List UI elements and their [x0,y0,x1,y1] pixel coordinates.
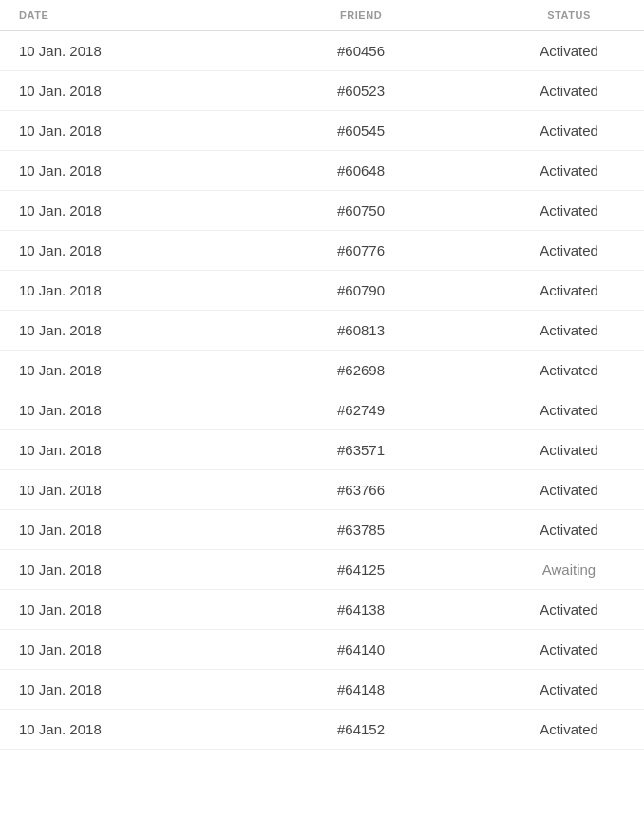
table-row: 10 Jan. 2018#60750Activated [0,191,644,231]
friend-cell: #64125 [247,562,475,578]
table-row: 10 Jan. 2018#60648Activated [0,151,644,191]
date-cell: 10 Jan. 2018 [19,522,247,538]
table-row: 10 Jan. 2018#62749Activated [0,390,644,430]
friend-cell: #62698 [247,362,475,378]
friend-cell: #64152 [247,721,475,737]
friend-cell: #64138 [247,601,475,618]
status-cell: Activated [475,522,644,538]
friend-cell: #60456 [247,43,475,59]
status-cell: Activated [475,641,644,657]
status-cell: Activated [475,362,644,378]
status-cell: Activated [475,442,644,458]
table-row: 10 Jan. 2018#60776Activated [0,231,644,271]
table-row: 10 Jan. 2018#64140Activated [0,630,644,670]
friend-cell: #63785 [247,522,475,538]
friend-cell: #60750 [247,202,475,219]
friend-cell: #63571 [247,442,475,458]
status-cell: Activated [475,282,644,298]
table-row: 10 Jan. 2018#63571Activated [0,430,644,470]
status-cell: Awaiting [475,562,644,578]
status-cell: Activated [475,83,644,99]
date-cell: 10 Jan. 2018 [19,641,247,657]
friend-cell: #60523 [247,83,475,99]
friend-cell: #60776 [247,242,475,258]
table-body: 10 Jan. 2018#60456Activated10 Jan. 2018#… [0,31,644,750]
date-cell: 10 Jan. 2018 [19,242,247,258]
status-cell: Activated [475,402,644,418]
table-row: 10 Jan. 2018#60523Activated [0,71,644,111]
table-row: 10 Jan. 2018#63785Activated [0,510,644,550]
table-row: 10 Jan. 2018#60456Activated [0,31,644,71]
date-column-header: DATE [19,10,247,21]
table-row: 10 Jan. 2018#60813Activated [0,311,644,351]
table-row: 10 Jan. 2018#64125Awaiting [0,550,644,590]
status-column-header: STATUS [475,10,644,21]
status-cell: Activated [475,721,644,737]
date-cell: 10 Jan. 2018 [19,83,247,99]
friend-cell: #64140 [247,641,475,657]
status-cell: Activated [475,43,644,59]
date-cell: 10 Jan. 2018 [19,362,247,378]
table-row: 10 Jan. 2018#60790Activated [0,271,644,311]
date-cell: 10 Jan. 2018 [19,322,247,338]
status-cell: Activated [475,202,644,219]
status-cell: Activated [475,322,644,338]
date-cell: 10 Jan. 2018 [19,442,247,458]
table-row: 10 Jan. 2018#60545Activated [0,111,644,151]
date-cell: 10 Jan. 2018 [19,402,247,418]
date-cell: 10 Jan. 2018 [19,123,247,139]
date-cell: 10 Jan. 2018 [19,681,247,697]
friend-cell: #60790 [247,282,475,298]
friend-cell: #60648 [247,162,475,179]
friend-cell: #62749 [247,402,475,418]
date-cell: 10 Jan. 2018 [19,482,247,498]
table-row: 10 Jan. 2018#64152Activated [0,710,644,750]
date-cell: 10 Jan. 2018 [19,202,247,219]
friend-cell: #64148 [247,681,475,697]
friend-cell: #60813 [247,322,475,338]
referrals-table: DATE FRIEND STATUS 10 Jan. 2018#60456Act… [0,0,644,750]
table-row: 10 Jan. 2018#62698Activated [0,351,644,390]
table-header: DATE FRIEND STATUS [0,0,644,31]
date-cell: 10 Jan. 2018 [19,282,247,298]
status-cell: Activated [475,123,644,139]
friend-column-header: FRIEND [247,10,475,21]
status-cell: Activated [475,681,644,697]
table-row: 10 Jan. 2018#64148Activated [0,670,644,710]
date-cell: 10 Jan. 2018 [19,162,247,179]
date-cell: 10 Jan. 2018 [19,601,247,618]
table-row: 10 Jan. 2018#64138Activated [0,590,644,630]
status-cell: Activated [475,601,644,618]
date-cell: 10 Jan. 2018 [19,43,247,59]
friend-cell: #60545 [247,123,475,139]
status-cell: Activated [475,162,644,179]
status-cell: Activated [475,482,644,498]
table-row: 10 Jan. 2018#63766Activated [0,470,644,510]
date-cell: 10 Jan. 2018 [19,721,247,737]
friend-cell: #63766 [247,482,475,498]
status-cell: Activated [475,242,644,258]
date-cell: 10 Jan. 2018 [19,562,247,578]
